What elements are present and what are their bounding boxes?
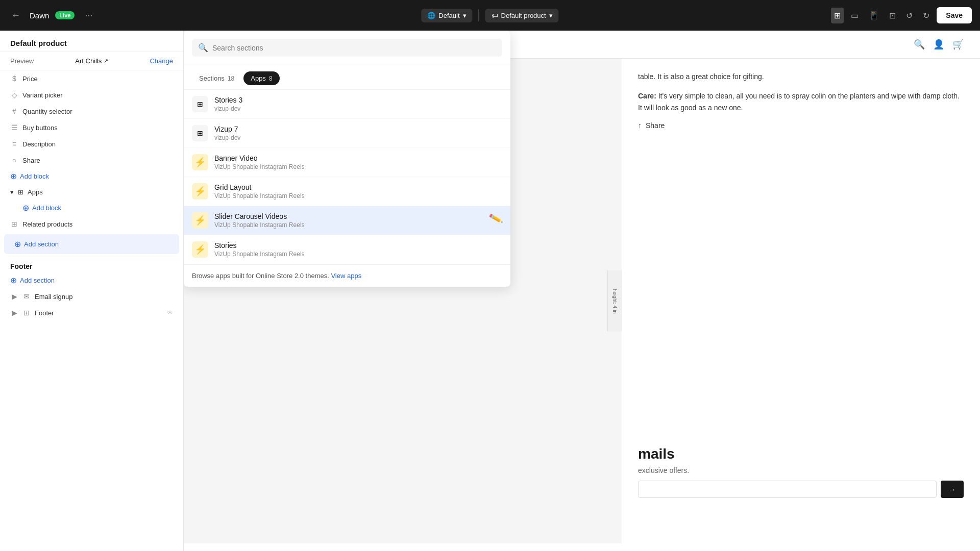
eye-icon: 👁 bbox=[167, 309, 173, 316]
add-block-button-1[interactable]: ⊕ Add block bbox=[0, 168, 59, 184]
buy-icon: ☰ bbox=[10, 123, 18, 132]
stories-sub: VizUp Shopable Instagram Reels bbox=[214, 251, 502, 258]
sidebar-item-quantity-selector[interactable]: # Quantity selector bbox=[0, 103, 183, 119]
topbar: ← Dawn Live ··· 🌐 Default ▾ 🏷 Default pr… bbox=[0, 0, 980, 31]
stories-icon: ⚡ bbox=[192, 241, 208, 258]
tag-icon: 🏷 bbox=[492, 12, 498, 19]
search-nav-icon[interactable]: 🔍 bbox=[914, 39, 925, 50]
plus-icon-1: ⊕ bbox=[10, 171, 17, 181]
cart-nav-icon[interactable]: 🛒 bbox=[952, 39, 964, 50]
dropdown-item-stories[interactable]: ⚡ Stories VizUp Shopable Instagram Reels bbox=[184, 235, 510, 264]
share-icon: ○ bbox=[10, 156, 18, 164]
tab-apps[interactable]: Apps 8 bbox=[243, 71, 279, 85]
sidebar-item-variant-picker[interactable]: ◇ Variant picker bbox=[0, 87, 183, 103]
tablet-view-button[interactable]: ▭ bbox=[848, 8, 862, 23]
default-product-button[interactable]: 🏷 Default product ▾ bbox=[485, 9, 559, 22]
sidebar-item-email-signup[interactable]: ▶ ✉ Email signup bbox=[0, 288, 183, 305]
stories3-name: Stories 3 bbox=[214, 96, 502, 104]
search-icon: 🔍 bbox=[198, 43, 208, 53]
sidebar-item-footer[interactable]: ▶ ⊞ Footer 👁 bbox=[0, 305, 183, 321]
footer-group-label: Footer bbox=[0, 256, 183, 272]
ruler-right: height: 4 in bbox=[607, 270, 622, 332]
view-apps-link[interactable]: View apps bbox=[331, 272, 361, 280]
grid-layout-icon: ⚡ bbox=[192, 183, 208, 199]
desktop-view-button[interactable]: ⊞ bbox=[831, 8, 844, 23]
add-section-button-main[interactable]: ⊕ Add section bbox=[4, 234, 179, 254]
add-block-label-1: Add block bbox=[20, 172, 49, 180]
tab-apps-count: 8 bbox=[269, 75, 273, 82]
account-nav-icon[interactable]: 👤 bbox=[933, 39, 944, 50]
dropdown-item-grid-layout[interactable]: ⚡ Grid Layout VizUp Shopable Instagram R… bbox=[184, 177, 510, 206]
grid-layout-sub: VizUp Shopable Instagram Reels bbox=[214, 192, 502, 199]
sidebar-item-related-products[interactable]: ⊞ Related products bbox=[0, 216, 183, 232]
ruler-label: height: 4 in bbox=[612, 289, 618, 314]
footer-item-label: Footer bbox=[35, 309, 54, 317]
sidebar-content: $ Price ◇ Variant picker # Quantity sele… bbox=[0, 70, 183, 321]
sidebar-item-price[interactable]: $ Price bbox=[0, 70, 183, 87]
banner-video-info: Banner Video VizUp Shopable Instagram Re… bbox=[214, 154, 502, 170]
banner-video-sub: VizUp Shopable Instagram Reels bbox=[214, 163, 502, 170]
variant-icon: ◇ bbox=[10, 91, 18, 99]
chevron-right-footer: ▶ bbox=[10, 309, 18, 317]
footer-browse-text: Browse apps built for Online Store 2.0 t… bbox=[192, 272, 329, 280]
share-row[interactable]: ↑ Share bbox=[638, 121, 964, 130]
tab-sections[interactable]: Sections 18 bbox=[192, 71, 241, 85]
grid-icon-2: ⊞ bbox=[197, 129, 203, 137]
vizup7-name: Vizup 7 bbox=[214, 125, 502, 133]
price-label: Price bbox=[22, 75, 38, 83]
search-sections-input[interactable] bbox=[212, 44, 496, 52]
redo-button[interactable]: ↻ bbox=[920, 8, 933, 23]
undo-button[interactable]: ↺ bbox=[903, 8, 916, 23]
product-care-full: Care: It's very simple to clean, all you… bbox=[638, 90, 964, 113]
desc-label: Description bbox=[22, 140, 56, 148]
email-input-field[interactable] bbox=[638, 481, 937, 498]
save-button[interactable]: Save bbox=[937, 7, 972, 23]
dropdown-item-slider-carousel[interactable]: ⚡ Slider Carousel Videos VizUp Shopable … bbox=[184, 206, 510, 235]
add-section-footer-button[interactable]: ⊕ Add section bbox=[0, 272, 65, 288]
preview-value: Art Chills ↗ bbox=[75, 57, 108, 65]
slider-carousel-sub: VizUp Shopable Instagram Reels bbox=[214, 221, 483, 229]
email-send-button[interactable]: → bbox=[941, 481, 964, 498]
tab-apps-label: Apps bbox=[251, 74, 266, 82]
back-button[interactable]: ← bbox=[8, 7, 23, 24]
product-care-text-1: table. It is also a great choice for gif… bbox=[638, 71, 964, 82]
dropdown-footer: Browse apps built for Online Store 2.0 t… bbox=[184, 264, 510, 287]
more-options-button[interactable]: ··· bbox=[81, 8, 96, 23]
footer-grid-icon: ⊞ bbox=[22, 309, 31, 317]
mobile-view-button[interactable]: 📱 bbox=[866, 8, 882, 23]
default-view-button[interactable]: 🌐 Default ▾ bbox=[421, 9, 472, 22]
main-layout: Default product Preview Art Chills ↗ Cha… bbox=[0, 31, 980, 551]
fullscreen-button[interactable]: ⊡ bbox=[886, 8, 899, 23]
sidebar-item-share[interactable]: ○ Share bbox=[0, 152, 183, 168]
email-section: mails exclusive offers. → bbox=[622, 434, 980, 510]
dropdown-search-area: 🔍 bbox=[184, 31, 510, 65]
apps-label: Apps bbox=[28, 188, 43, 196]
email-signup-label: Email signup bbox=[35, 293, 72, 300]
buy-label: Buy buttons bbox=[22, 124, 58, 132]
quantity-label: Quantity selector bbox=[22, 108, 72, 115]
store-nav-icons: 🔍 👤 🛒 bbox=[914, 39, 964, 50]
grid-layout-name: Grid Layout bbox=[214, 183, 502, 191]
default-product-label: Default product bbox=[501, 12, 546, 19]
dropdown-item-stories3[interactable]: ⊞ Stories 3 vizup-dev bbox=[184, 90, 510, 119]
search-sections-dropdown: 🔍 Sections 18 Apps 8 bbox=[184, 31, 510, 287]
care-text: It's very simple to clean, all you need … bbox=[638, 92, 960, 111]
topbar-right: ⊞ ▭ 📱 ⊡ ↺ ↻ Save bbox=[831, 7, 972, 23]
store-name: Dawn bbox=[30, 11, 49, 20]
related-icon: ⊞ bbox=[10, 220, 18, 228]
tab-sections-count: 18 bbox=[228, 75, 234, 82]
dropdown-item-banner-video[interactable]: ⚡ Banner Video VizUp Shopable Instagram … bbox=[184, 148, 510, 177]
share-arrow-icon: ↑ bbox=[638, 121, 642, 130]
sidebar-item-buy-buttons[interactable]: ☰ Buy buttons bbox=[0, 119, 183, 136]
change-link[interactable]: Change bbox=[150, 57, 173, 65]
sidebar-item-description[interactable]: ≡ Description bbox=[0, 136, 183, 152]
search-input-wrapper: 🔍 bbox=[192, 39, 502, 57]
stories-info: Stories VizUp Shopable Instagram Reels bbox=[214, 241, 502, 258]
add-block-button-2[interactable]: ⊕ Add block bbox=[0, 200, 71, 216]
dropdown-item-vizup7[interactable]: ⊞ Vizup 7 vizup-dev bbox=[184, 119, 510, 148]
preview-row: Preview Art Chills ↗ Change bbox=[0, 52, 183, 70]
chevron-down-icon-apps: ▾ bbox=[10, 188, 14, 196]
apps-section-toggle[interactable]: ▾ ⊞ Apps bbox=[0, 184, 183, 200]
canvas: vizup-dev-store Home Catalog Contact 🔍 👤… bbox=[184, 31, 980, 551]
chevron-right-email: ▶ bbox=[10, 292, 18, 300]
